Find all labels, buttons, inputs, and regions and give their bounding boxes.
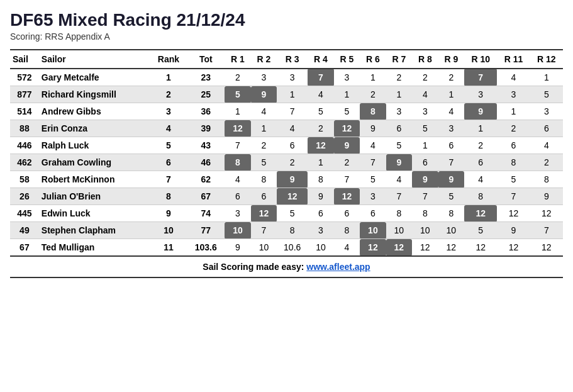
table-row: 445Edwin Luck9743125666888121212: [10, 205, 563, 222]
table-row: 462Graham Cowling646852127967682: [10, 154, 563, 171]
header-r-7: R 7: [386, 50, 412, 69]
cell-r10: 7: [464, 69, 497, 86]
cell-r10: 6: [464, 154, 497, 171]
cell-sail: 514: [10, 103, 39, 120]
cell-r8: 7: [412, 188, 438, 205]
cell-r6: 3: [360, 188, 386, 205]
cell-r10: 9: [464, 103, 497, 120]
cell-r12: 3: [530, 103, 563, 120]
cell-r9: 4: [438, 103, 464, 120]
cell-r2: 1: [251, 120, 277, 137]
cell-r5: 12: [334, 120, 360, 137]
cell-rank: 1: [150, 69, 187, 86]
cell-r2: 9: [251, 86, 277, 103]
page-title: DF65 Mixed Racing 21/12/24: [10, 10, 563, 30]
cell-tot: 43: [187, 137, 225, 154]
header-r-8: R 8: [412, 50, 438, 69]
cell-r5: 12: [334, 188, 360, 205]
cell-r1: 8: [225, 154, 250, 171]
cell-sailor: Ralph Luck: [39, 137, 150, 154]
cell-r11: 6: [497, 137, 530, 154]
cell-r3: 4: [277, 120, 308, 137]
cell-sail: 88: [10, 120, 39, 137]
cell-r12: 12: [530, 205, 563, 222]
cell-tot: 23: [187, 69, 225, 86]
cell-r4: 8: [308, 171, 333, 188]
cell-sailor: Robert McKinnon: [39, 171, 150, 188]
cell-sailor: Gary Metcalfe: [39, 69, 150, 86]
cell-rank: 6: [150, 154, 187, 171]
header-r-5: R 5: [334, 50, 360, 69]
cell-r5: 1: [334, 86, 360, 103]
cell-r11: 9: [497, 222, 530, 239]
footer-cell: Sail Scoring made easy: www.afleet.app: [10, 256, 563, 277]
cell-r10: 8: [464, 188, 497, 205]
cell-r7: 4: [386, 171, 412, 188]
cell-r11: 12: [497, 205, 530, 222]
footer-link[interactable]: www.afleet.app: [306, 262, 370, 272]
cell-tot: 62: [187, 171, 225, 188]
cell-rank: 5: [150, 137, 187, 154]
header-r-4: R 4: [308, 50, 333, 69]
cell-sailor: Stephen Clapham: [39, 222, 150, 239]
header-r-9: R 9: [438, 50, 464, 69]
cell-tot: 77: [187, 222, 225, 239]
cell-r9: 6: [438, 137, 464, 154]
cell-r7: 8: [386, 205, 412, 222]
table-row: 877Richard Kingsmill225591412141335: [10, 86, 563, 103]
cell-r4: 6: [308, 205, 333, 222]
cell-r6: 12: [360, 239, 386, 257]
cell-r2: 3: [251, 69, 277, 86]
cell-r7: 3: [386, 103, 412, 120]
cell-r1: 2: [225, 69, 250, 86]
cell-r11: 5: [497, 171, 530, 188]
cell-r4: 2: [308, 120, 333, 137]
footer-text: Sail Scoring made easy:: [203, 262, 306, 272]
cell-sail: 572: [10, 69, 39, 86]
cell-r8: 10: [412, 222, 438, 239]
cell-r1: 1: [225, 103, 250, 120]
cell-sail: 877: [10, 86, 39, 103]
cell-r12: 4: [530, 137, 563, 154]
cell-r9: 2: [438, 69, 464, 86]
cell-tot: 67: [187, 188, 225, 205]
cell-r1: 12: [225, 120, 250, 137]
cell-r6: 4: [360, 137, 386, 154]
cell-sailor: Erin Conza: [39, 120, 150, 137]
cell-r11: 8: [497, 154, 530, 171]
cell-r12: 8: [530, 171, 563, 188]
table-row: 58Robert McKinnon762489875499458: [10, 171, 563, 188]
cell-r2: 2: [251, 137, 277, 154]
header-r-6: R 6: [360, 50, 386, 69]
header-tot: Tot: [187, 50, 225, 69]
cell-r3: 9: [277, 171, 308, 188]
cell-r4: 12: [308, 137, 333, 154]
header-sailor: Sailor: [39, 50, 150, 69]
table-row: 572Gary Metcalfe123233731222741: [10, 69, 563, 86]
header-r-11: R 11: [497, 50, 530, 69]
cell-r7: 2: [386, 69, 412, 86]
table-row: 514Andrew Gibbs336147558334913: [10, 103, 563, 120]
cell-sailor: Andrew Gibbs: [39, 103, 150, 120]
cell-sail: 58: [10, 171, 39, 188]
cell-r4: 4: [308, 86, 333, 103]
cell-r9: 9: [438, 171, 464, 188]
cell-r10: 12: [464, 205, 497, 222]
page-subtitle: Scoring: RRS Appendix A: [10, 31, 563, 42]
cell-r11: 4: [497, 69, 530, 86]
cell-r12: 12: [530, 239, 563, 257]
cell-r10: 2: [464, 137, 497, 154]
header-rank: Rank: [150, 50, 187, 69]
cell-r6: 5: [360, 171, 386, 188]
table-row: 67Ted Mulligan11103.691010.6104121212121…: [10, 239, 563, 257]
cell-r10: 12: [464, 239, 497, 257]
cell-r3: 12: [277, 188, 308, 205]
cell-r1: 9: [225, 239, 250, 257]
cell-r1: 7: [225, 137, 250, 154]
cell-r5: 7: [334, 171, 360, 188]
cell-r9: 1: [438, 86, 464, 103]
cell-r3: 6: [277, 137, 308, 154]
cell-rank: 10: [150, 222, 187, 239]
table-row: 88Erin Conza43912142129653126: [10, 120, 563, 137]
cell-r2: 12: [251, 205, 277, 222]
